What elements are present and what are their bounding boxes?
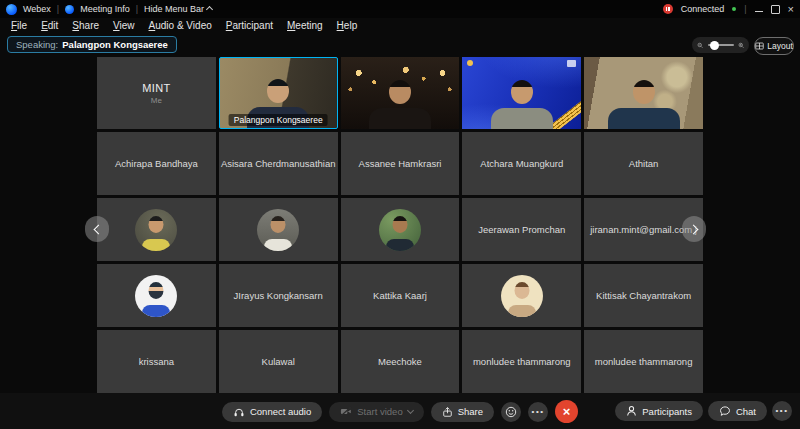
participant-video-tile[interactable] [341, 57, 460, 129]
participants-icon [626, 405, 637, 417]
menu-item-view[interactable]: View [106, 20, 142, 31]
participant-name: jiranan.mint@gmail.com j [590, 224, 697, 235]
participant-tile[interactable]: Assanee Hamkrasri [341, 132, 460, 195]
connect-audio-button[interactable]: Connect audio [222, 402, 322, 422]
participant-name: Assanee Hamkrasri [359, 158, 442, 169]
window-titlebar: Webex | Meeting Info | Hide Menu Bar Con… [0, 0, 800, 18]
meeting-info-icon [65, 5, 74, 14]
self-tile[interactable]: MINT Me [97, 57, 216, 129]
participant-tile[interactable] [219, 198, 338, 261]
connected-dot-icon [732, 7, 736, 11]
participant-name: JIrayus Kongkansarn [234, 290, 323, 301]
participant-name: Meechoke [378, 356, 422, 367]
participant-video-tile[interactable] [462, 57, 581, 129]
participants-button[interactable]: Participants [615, 401, 703, 421]
participant-grid: MINT Me Palangpon Kongsaeree Achirapa Ba… [97, 57, 703, 393]
participant-tile[interactable] [97, 264, 216, 327]
titlebar-separator: | [136, 4, 138, 14]
menu-item-audio-video[interactable]: Audio & Video [142, 20, 219, 31]
menu-item-participant[interactable]: Participant [219, 20, 280, 31]
close-icon: × [563, 405, 571, 418]
chat-icon [719, 405, 731, 417]
participant-tile[interactable]: Atchara Muangkurd [462, 132, 581, 195]
participant-name: Kulawal [262, 356, 295, 367]
menu-item-file[interactable]: File [4, 20, 34, 31]
participant-name: Asisara Cherdmanusathian [221, 158, 336, 169]
chat-label: Chat [736, 406, 756, 417]
webex-meeting-window: Webex | Meeting Info | Hide Menu Bar Con… [0, 0, 800, 429]
minimize-button[interactable] [755, 11, 763, 12]
layout-label: Layout [767, 41, 793, 51]
titlebar-right: Connected | × [663, 4, 794, 14]
prev-page-button[interactable] [85, 216, 109, 242]
participant-name: Achirapa Bandhaya [115, 158, 198, 169]
virtual-background-badge-icon [567, 60, 576, 67]
participant-tile[interactable] [341, 198, 460, 261]
self-badge: Me [151, 96, 162, 105]
chevron-up-icon [206, 5, 213, 12]
share-icon [442, 406, 453, 418]
chat-button[interactable]: Chat [708, 401, 767, 421]
participant-tile[interactable]: Achirapa Bandhaya [97, 132, 216, 195]
titlebar-separator: | [57, 4, 59, 14]
chevron-left-icon [93, 224, 103, 234]
participant-tile[interactable] [97, 198, 216, 261]
zoom-out-icon[interactable] [697, 41, 704, 50]
speaking-label: Speaking: [16, 39, 58, 50]
connect-audio-label: Connect audio [250, 406, 311, 417]
participant-tile[interactable]: monludee thammarong [584, 330, 703, 393]
share-button[interactable]: Share [431, 402, 494, 422]
participant-avatar [257, 209, 299, 251]
maximize-button[interactable] [771, 5, 780, 14]
menu-item-meeting[interactable]: Meeting [280, 20, 330, 31]
participant-name: Atchara Muangkurd [480, 158, 563, 169]
reactions-button[interactable] [501, 402, 521, 422]
headset-icon [233, 406, 245, 418]
participant-name: Kattika Kaarj [373, 290, 427, 301]
more-options-button[interactable]: ••• [772, 401, 792, 421]
participant-video [360, 79, 440, 129]
chevron-right-icon [688, 224, 698, 234]
leave-meeting-button[interactable]: × [555, 400, 578, 423]
layout-button[interactable]: Layout [754, 37, 794, 55]
start-video-label: Start video [357, 406, 402, 417]
participant-tile[interactable]: krissana [97, 330, 216, 393]
menu-item-edit[interactable]: Edit [34, 20, 65, 31]
participant-tile[interactable]: Meechoke [341, 330, 460, 393]
webex-logo-icon [6, 4, 17, 15]
ellipsis-icon: ••• [532, 408, 545, 416]
meeting-info-button[interactable]: Meeting Info [80, 4, 130, 14]
next-page-button[interactable] [682, 216, 706, 242]
menu-item-share[interactable]: Share [65, 20, 106, 31]
toolbar-right-group: Participants Chat ••• [615, 401, 792, 421]
participant-tile[interactable] [462, 264, 581, 327]
participant-tile[interactable]: Kulawal [219, 330, 338, 393]
participant-name: Kittisak Chayantrakom [596, 290, 691, 301]
participant-tile[interactable]: Kittisak Chayantrakom [584, 264, 703, 327]
zoom-in-icon[interactable] [738, 41, 745, 50]
participant-avatar [135, 275, 177, 317]
camera-off-icon [340, 406, 352, 417]
zoom-slider-thumb[interactable] [710, 41, 719, 50]
participant-tile[interactable]: JIrayus Kongkansarn [219, 264, 338, 327]
speaking-indicator: Speaking: Palangpon Kongsaeree [7, 36, 177, 53]
participant-tile[interactable]: Asisara Cherdmanusathian [219, 132, 338, 195]
hide-menu-bar-label: Hide Menu Bar [144, 4, 204, 14]
record-indicator-icon[interactable] [663, 4, 673, 14]
start-video-button[interactable]: Start video [329, 402, 423, 422]
grid-layout-icon [755, 42, 764, 50]
hide-menu-bar-button[interactable]: Hide Menu Bar [144, 4, 212, 14]
more-actions-button[interactable]: ••• [528, 402, 548, 422]
menu-item-help[interactable]: Help [330, 20, 365, 31]
zoom-slider[interactable] [708, 44, 734, 46]
app-name: Webex [23, 4, 51, 14]
smiley-icon [505, 406, 517, 418]
close-button[interactable]: × [788, 4, 794, 14]
participant-video-tile[interactable] [584, 57, 703, 129]
participant-name: Jeerawan Promchan [478, 224, 565, 235]
participant-tile[interactable]: monludee thammarong [462, 330, 581, 393]
participant-tile[interactable]: Athitan [584, 132, 703, 195]
active-speaker-video-tile[interactable]: Palangpon Kongsaeree [219, 57, 338, 129]
participant-tile[interactable]: Jeerawan Promchan [462, 198, 581, 261]
participant-tile[interactable]: Kattika Kaarj [341, 264, 460, 327]
